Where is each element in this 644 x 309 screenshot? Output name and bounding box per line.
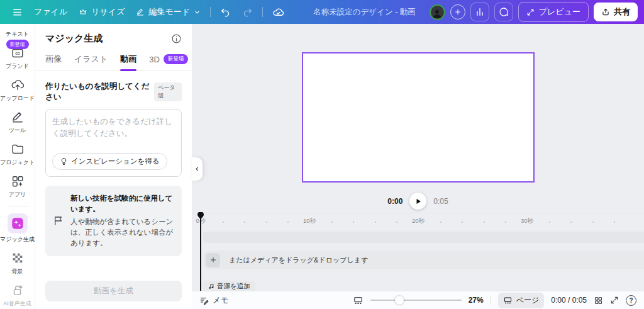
- panel-collapse-handle[interactable]: [192, 157, 203, 181]
- sidebar-item-label: テキスト: [6, 30, 29, 38]
- plus-icon: [209, 256, 217, 264]
- tab-3D[interactable]: 3D新登場: [149, 53, 188, 70]
- insights-button[interactable]: [470, 3, 489, 21]
- media-drop-zone[interactable]: またはメディアをドラッグ&ドロップします: [203, 250, 644, 269]
- sidebar-item-label: 背景: [12, 267, 23, 276]
- zoom-slider-track: [370, 300, 462, 301]
- panel-tabs: 画像イラスト動画3D新登場: [35, 53, 192, 71]
- playback-controls: 0:00 0:05: [192, 193, 644, 210]
- tab-イラスト[interactable]: イラスト: [74, 53, 108, 70]
- fullscreen-icon: [610, 296, 619, 305]
- sidebar-item-background[interactable]: 背景: [0, 250, 35, 276]
- edit-mode-button[interactable]: 編集モード: [130, 3, 206, 21]
- folder-icon: [10, 142, 25, 157]
- rail-divider: [7, 206, 28, 206]
- drop-zone-label: またはメディアをドラッグ&ドロップします: [229, 256, 368, 265]
- generate-video-button[interactable]: 動画を生成: [45, 281, 182, 301]
- timeline-view-icon[interactable]: [353, 295, 364, 306]
- sidebar-item-projects[interactable]: プロジェクト: [0, 142, 35, 167]
- magic-generate-panel: マジック生成 画像イラスト動画3D新登場 作りたいものを説明してください ベータ…: [35, 24, 192, 309]
- ruler-label: 30秒: [521, 217, 533, 225]
- sidebar-item-ai-voice[interactable]: AI音声生成: [0, 283, 35, 308]
- zoom-percent: 27%: [469, 296, 484, 305]
- info-button[interactable]: [171, 33, 182, 44]
- music-note-icon: [208, 283, 214, 289]
- preview-button[interactable]: プレビュー: [518, 2, 589, 22]
- ruler-tick: [353, 222, 354, 223]
- tab-画像[interactable]: 画像: [45, 53, 62, 70]
- info-icon: [171, 33, 182, 44]
- playhead-line[interactable]: [200, 218, 201, 291]
- share-upload-icon: [601, 8, 610, 16]
- ruler-tick: [375, 222, 376, 223]
- tab-動画[interactable]: 動画: [120, 53, 136, 70]
- add-media-button[interactable]: [206, 253, 220, 267]
- avatar[interactable]: [430, 4, 445, 20]
- redo-button[interactable]: [236, 3, 258, 21]
- cloud-save-status[interactable]: [267, 3, 290, 22]
- sidebar-item-label: アプリ: [9, 191, 26, 199]
- file-menu-button[interactable]: ファイル: [28, 3, 73, 21]
- design-title[interactable]: 名称未設定のデザイン - 動画: [313, 7, 416, 18]
- timeline-ruler[interactable]: 0秒10秒20秒30秒: [192, 215, 644, 227]
- prompt-input[interactable]: [52, 116, 175, 151]
- hamburger-menu-button[interactable]: [6, 3, 28, 21]
- ruler-tick: [331, 222, 333, 223]
- insights-icon: [475, 7, 485, 17]
- ruler-tick: [549, 222, 550, 223]
- ruler-tick: [462, 222, 463, 223]
- top-toolbar: ファイル リサイズ 編集モード 名称未設定のデザイン - 動画: [0, 0, 644, 24]
- toolbar-divider: [262, 7, 263, 17]
- sidebar-item-magic[interactable]: マジック生成: [0, 213, 35, 244]
- ruler-tick: [570, 222, 572, 223]
- sidebar-item-text[interactable]: テキスト: [0, 30, 35, 38]
- grid-view-button[interactable]: [594, 296, 603, 305]
- undo-button[interactable]: [214, 3, 236, 21]
- hamburger-icon: [12, 7, 23, 18]
- chevron-left-icon: [194, 166, 200, 172]
- resize-button[interactable]: リサイズ: [73, 3, 130, 21]
- status-bar: メモ 27% ページ 0:00 / 0:05 ?: [192, 291, 644, 309]
- add-member-button[interactable]: [450, 4, 465, 20]
- fullscreen-button[interactable]: [610, 296, 619, 305]
- play-button[interactable]: [409, 193, 426, 210]
- timeline-divider: [192, 213, 644, 213]
- pencil-icon: [136, 8, 145, 16]
- file-menu-label: ファイル: [34, 6, 67, 18]
- inspiration-button[interactable]: インスピレーションを得る: [52, 153, 167, 170]
- help-button[interactable]: ?: [626, 295, 636, 306]
- sidebar-item-label: AI音声生成: [3, 300, 31, 308]
- ruler-tick: [223, 222, 224, 223]
- upload-icon: [10, 77, 25, 93]
- comments-button[interactable]: [494, 3, 513, 21]
- sidebar-item-uploads[interactable]: アップロード: [0, 77, 35, 103]
- sidebar-item-label: ブランド: [6, 62, 29, 70]
- undo-icon: [220, 7, 231, 18]
- design-page[interactable]: [302, 52, 535, 183]
- add-audio-button[interactable]: 音源を追加: [203, 281, 255, 291]
- page-view-icon: [503, 296, 513, 305]
- apps-icon: [10, 174, 25, 189]
- flag-icon: [53, 215, 64, 227]
- notes-button[interactable]: メモ: [199, 295, 229, 306]
- sidebar-item-apps[interactable]: アプリ: [0, 174, 35, 199]
- sidebar-rail: テキスト新登場coブランドアップロードツールプロジェクトアプリマジック生成背景A…: [0, 24, 35, 309]
- notice-body: 人や動物が含まれているシーンは、正しく表示されない場合があります。: [70, 216, 174, 249]
- background-icon: [10, 250, 25, 266]
- prompt-label: 作りたいものを説明してください: [45, 81, 150, 103]
- sidebar-item-brand[interactable]: 新登場coブランド: [0, 45, 35, 70]
- redo-icon: [242, 7, 253, 18]
- pages-button[interactable]: ページ: [498, 293, 545, 308]
- edit-mode-label: 編集モード: [148, 6, 190, 18]
- chevron-down-icon: [194, 9, 201, 16]
- notes-icon: [199, 296, 209, 305]
- video-track[interactable]: [203, 232, 644, 243]
- panel-title: マジック生成: [45, 33, 103, 45]
- share-button[interactable]: 共有: [594, 3, 638, 21]
- sidebar-item-tools[interactable]: ツール: [0, 110, 35, 135]
- pen-icon: [10, 110, 25, 125]
- zoom-slider-thumb[interactable]: [395, 296, 404, 305]
- new-badge: 新登場: [164, 54, 189, 64]
- zoom-slider[interactable]: [370, 296, 462, 305]
- playback-current-time: 0:00: [387, 197, 402, 206]
